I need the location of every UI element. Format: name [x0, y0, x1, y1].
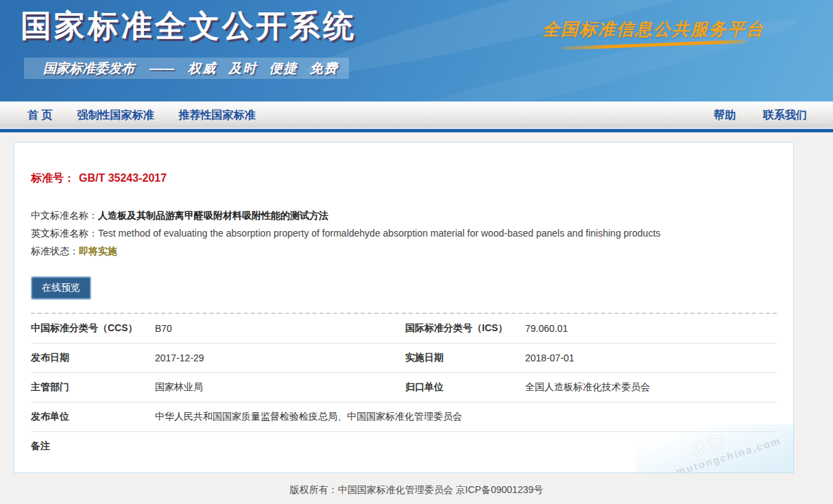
site-header: 国家标准全文公开系统 国家标准委发布 —— 权威 及时 便捷 免费 全国标准信息…: [0, 0, 833, 101]
standard-detail-table: 中国标准分类号（CCS） B70 国际标准分类号（ICS） 79.060.01 …: [31, 314, 777, 461]
main-content: 标准号：GB/T 35243-2017 中文标准名称：人造板及其制品游离甲醛吸附…: [0, 132, 833, 473]
table-row-classification: 中国标准分类号（CCS） B70 国际标准分类号（ICS） 79.060.01: [31, 314, 777, 344]
remarks-label: 备注: [31, 432, 155, 461]
status-label: 标准状态：: [31, 245, 79, 256]
field-status: 标准状态：即将实施: [31, 242, 777, 260]
nav-item-mandatory-standards[interactable]: 强制性国家标准: [64, 108, 166, 123]
remarks-value: [155, 432, 777, 461]
standard-detail-panel: 标准号：GB/T 35243-2017 中文标准名称：人造板及其制品游离甲醛吸附…: [14, 142, 794, 473]
implement-date-label: 实施日期: [405, 344, 525, 373]
nav-item-contact-us[interactable]: 联系我们: [749, 108, 821, 123]
standard-fields: 中文标准名称：人造板及其制品游离甲醛吸附材料吸附性能的测试方法 英文标准名称：T…: [31, 206, 777, 260]
centralized-unit-value: 全国人造板标准化技术委员会: [525, 373, 777, 403]
standard-number-label: 标准号：: [31, 172, 75, 184]
page: 国家标准全文公开系统 国家标准委发布 —— 权威 及时 便捷 免费 全国标准信息…: [0, 0, 833, 504]
standard-number-line: 标准号：GB/T 35243-2017: [31, 171, 777, 186]
table-row-remarks: 备注: [31, 432, 777, 461]
nav-item-recommended-standards[interactable]: 推荐性国家标准: [166, 108, 267, 123]
ics-label: 国际标准分类号（ICS）: [405, 314, 525, 344]
publisher-label: 发布单位: [31, 403, 155, 432]
subtitle-qualities: 权威 及时 便捷 免费: [188, 60, 339, 77]
publish-date-value: 2017-12-29: [155, 344, 405, 373]
publish-date-label: 发布日期: [31, 344, 155, 373]
nav-item-home[interactable]: 首 页: [15, 108, 64, 123]
main-nav: 首 页 强制性国家标准 推荐性国家标准 帮助 联系我们: [0, 101, 833, 132]
copyright-text: 版权所有：中国国家标准化管理委员会 京ICP备09001239号: [290, 484, 544, 495]
standard-number-value: GB/T 35243-2017: [79, 172, 167, 184]
implement-date-value: 2018-07-01: [525, 344, 777, 373]
site-subtitle: 国家标准委发布 —— 权威 及时 便捷 免费: [24, 58, 349, 79]
ccs-value: B70: [155, 314, 405, 344]
en-name-value: Test method of evaluating the absorption…: [98, 228, 660, 239]
field-en-name: 英文标准名称：Test method of evaluating the abs…: [31, 224, 777, 242]
cn-name-label: 中文标准名称：: [31, 210, 98, 221]
competent-dept-value: 国家林业局: [155, 373, 405, 403]
platform-slogan-text: 全国标准信息公共服务平台: [542, 18, 764, 40]
en-name-label: 英文标准名称：: [31, 228, 98, 239]
platform-slogan: 全国标准信息公共服务平台: [542, 18, 764, 47]
status-badge: 即将实施: [79, 245, 117, 256]
page-footer: 版权所有：中国国家标准化管理委员会 京ICP备09001239号: [0, 473, 833, 496]
subtitle-issuer: 国家标准委发布: [43, 60, 134, 77]
table-row-departments: 主管部门 国家林业局 归口单位 全国人造板标准化技术委员会: [31, 373, 777, 403]
competent-dept-label: 主管部门: [31, 373, 155, 403]
online-preview-button[interactable]: 在线预览: [31, 276, 91, 300]
site-title: 国家标准全文公开系统: [21, 5, 357, 47]
table-row-publisher: 发布单位 中华人民共和国国家质量监督检验检疫总局、中国国家标准化管理委员会: [31, 403, 777, 432]
nav-item-help[interactable]: 帮助: [700, 108, 749, 123]
subtitle-dash: ——: [149, 61, 173, 76]
table-row-dates: 发布日期 2017-12-29 实施日期 2018-07-01: [31, 344, 777, 373]
ccs-label: 中国标准分类号（CCS）: [31, 314, 155, 344]
centralized-unit-label: 归口单位: [405, 373, 525, 403]
ics-value: 79.060.01: [525, 314, 777, 344]
field-cn-name: 中文标准名称：人造板及其制品游离甲醛吸附材料吸附性能的测试方法: [31, 206, 777, 224]
cn-name-value: 人造板及其制品游离甲醛吸附材料吸附性能的测试方法: [98, 210, 328, 221]
publisher-value: 中华人民共和国国家质量监督检验检疫总局、中国国家标准化管理委员会: [155, 403, 777, 432]
